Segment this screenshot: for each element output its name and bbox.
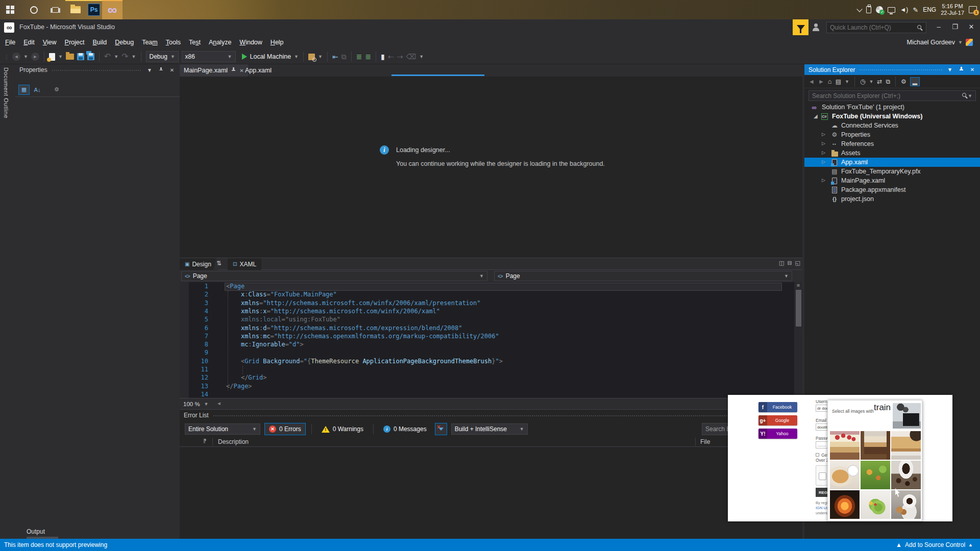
output-tab[interactable]: Output [15, 525, 180, 539]
usb-icon[interactable] [866, 6, 871, 13]
tree-item-package-appxmanifest[interactable]: Package.appxmanifest [804, 185, 980, 194]
facebook-login-button[interactable]: fFacebook [758, 402, 797, 412]
file-explorer-button[interactable] [65, 0, 86, 19]
errors-button[interactable]: ✕0 Errors [264, 423, 306, 435]
code-line-6[interactable]: 6 xmlns:d="http://schemas.microsoft.com/… [180, 324, 792, 333]
code-line-9[interactable]: 9 [180, 349, 792, 357]
new-file-button[interactable] [49, 53, 55, 61]
close-panel-icon[interactable]: ✕ [168, 67, 176, 73]
close-button[interactable]: ✕ [964, 19, 979, 35]
nav-back-dropdown[interactable]: ▼ [23, 54, 28, 59]
start-button[interactable] [0, 0, 20, 19]
collapse-all-icon[interactable]: ⧉ [886, 79, 890, 85]
xaml-tab[interactable]: ⊡XAML [228, 258, 261, 270]
tray-chevron-icon[interactable] [857, 6, 863, 12]
google-login-button[interactable]: g+Google [758, 415, 797, 425]
newsletter-checkbox[interactable] [816, 453, 819, 457]
menu-debug[interactable]: Debug [111, 39, 138, 46]
defender-icon[interactable] [876, 6, 883, 13]
solution-search-input[interactable] [812, 92, 962, 99]
pin-icon[interactable] [157, 67, 164, 73]
code-line-1[interactable]: 1<Page [180, 283, 792, 291]
user-area[interactable]: Michael Gordeev ▼ [907, 36, 973, 49]
back-button[interactable]: ◄ [808, 79, 815, 85]
menu-test[interactable]: Test [185, 39, 205, 46]
pin-tab-icon[interactable] [231, 67, 236, 74]
captcha-tile-dessert-cup[interactable] [861, 431, 890, 460]
save-button[interactable] [77, 53, 84, 60]
uncomment-icon[interactable]: ≣ [365, 53, 371, 60]
sync-active-document-icon[interactable]: ⇄ [877, 79, 882, 85]
scrollbar-thumb[interactable] [796, 290, 801, 327]
menu-team[interactable]: Team [138, 39, 162, 46]
redo-button[interactable]: ↷ [121, 53, 128, 61]
preview-selected-items-icon[interactable]: ▂ [910, 77, 920, 86]
tree-item-mainpage-xaml[interactable]: ▷MainPage.xaml [804, 176, 980, 185]
network-icon[interactable] [888, 7, 895, 13]
solution-explorer-search[interactable]: ▼ [808, 90, 976, 101]
xaml-code-editor[interactable]: 1<Page2 x:Class="FoxTube.MainPage"3 xmln… [180, 282, 802, 398]
notification-icon[interactable] [969, 6, 977, 13]
expand-arrow-icon[interactable]: ▷ [822, 132, 825, 137]
pending-changes-filter-icon[interactable]: ◷ [860, 79, 865, 85]
minimize-button[interactable]: – [931, 19, 946, 35]
menu-build[interactable]: Build [89, 39, 111, 46]
bookmark-dropdown[interactable]: ▼ [419, 54, 424, 59]
element-combo-left[interactable]: <> Page ▼ [181, 271, 487, 281]
clear-bookmarks-icon[interactable]: ⌫ [406, 53, 416, 60]
cortana-button[interactable] [23, 0, 44, 19]
tree-item-foxtube-universal-windows-[interactable]: ◢C#FoxTube (Universal Windows) [804, 112, 980, 121]
menu-project[interactable]: Project [61, 39, 89, 46]
scroll-left-arrow[interactable]: ◄ [216, 400, 222, 406]
error-list-title-bar[interactable]: Error List [184, 412, 796, 419]
menu-window[interactable]: Window [235, 39, 266, 46]
volume-icon[interactable]: ◄) [900, 6, 908, 13]
expand-arrow-icon[interactable]: ▷ [822, 150, 825, 155]
find-in-files-icon[interactable] [308, 54, 315, 60]
undo-button[interactable]: ↶ [104, 53, 111, 61]
tree-item-app-xaml[interactable]: ▷App.xaml [804, 158, 980, 167]
clock[interactable]: 5:16 PM22-Jul-17 [941, 3, 964, 16]
expand-arrow-icon[interactable]: ▷ [822, 178, 825, 183]
alphabetical-button[interactable]: A↓ [32, 85, 43, 95]
tree-item-references[interactable]: ▷▪▪References [804, 139, 980, 148]
tab-mainpage-xaml[interactable]: MainPage.xaml ✕ [180, 64, 248, 77]
captcha-tile-strawberry-cake[interactable] [830, 431, 860, 460]
tree-item-properties[interactable]: ▷⚙Properties [804, 130, 980, 139]
horizontal-scrollbar[interactable]: 100 %▼ ◄ [180, 398, 802, 409]
swap-panes-button[interactable]: ⇅ [216, 260, 222, 267]
code-line-4[interactable]: 4 xmlns:x="http://schemas.microsoft.com/… [180, 308, 792, 316]
zoom-combo[interactable]: 100 %▼ [181, 399, 212, 409]
scope-combo[interactable]: Entire Solution▼ [185, 423, 260, 435]
captcha-tile-coffee-beans-cup[interactable] [891, 461, 921, 489]
bookmark-icon[interactable]: ▮ [381, 53, 385, 60]
window-position-dropdown[interactable]: ▼ [146, 67, 153, 73]
file-column-header[interactable]: File [700, 438, 710, 445]
language-indicator[interactable]: ENG [923, 6, 936, 13]
copy-icon[interactable]: ⧉ [341, 53, 347, 60]
tree-item-assets[interactable]: ▷Assets [804, 148, 980, 158]
expand-arrow-icon[interactable]: ▷ [822, 159, 825, 164]
captcha-tile-salad-bowl[interactable] [861, 461, 890, 489]
pen-icon[interactable]: ✎ [913, 6, 918, 14]
pin-icon[interactable] [958, 66, 965, 73]
code-line-11[interactable]: 11 [180, 366, 792, 374]
prev-bookmark-icon[interactable]: ⇠ [388, 53, 394, 60]
vertical-split-icon[interactable]: ◫ [779, 260, 784, 266]
nav-back-button[interactable]: ◄ [12, 53, 20, 61]
collapse-pane-icon[interactable]: ◱ [795, 260, 800, 266]
provider-combo[interactable]: Build + IntelliSense▼ [451, 423, 528, 435]
quick-launch-box[interactable] [826, 22, 926, 33]
find-dropdown[interactable]: ▼ [318, 54, 323, 59]
open-file-button[interactable] [66, 54, 74, 60]
restore-button[interactable]: ❐ [947, 19, 963, 35]
save-all-button[interactable] [87, 53, 94, 60]
element-combo-right[interactable]: <> Page ▼ [494, 271, 792, 281]
tab-app-xaml[interactable]: App.xaml [241, 64, 276, 77]
photoshop-button[interactable]: Ps [84, 0, 104, 19]
platform-combo[interactable]: x86▼ [182, 51, 236, 62]
code-line-7[interactable]: 7 xmlns:mc="http://schemas.openxmlformat… [180, 333, 792, 341]
menu-edit[interactable]: Edit [19, 39, 39, 46]
properties-title-bar[interactable]: Properties ▼ ✕ [15, 64, 180, 76]
menu-file[interactable]: File [1, 39, 19, 46]
